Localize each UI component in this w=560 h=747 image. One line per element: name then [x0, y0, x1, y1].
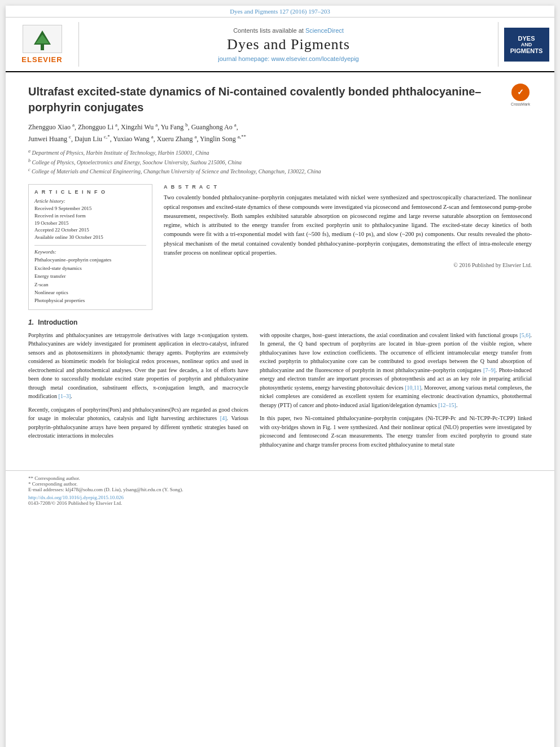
- ref-10-11[interactable]: [10,11]: [405, 385, 421, 391]
- article-content: Ultrafast excited-state dynamics of Ni-c…: [6, 72, 554, 465]
- intro-left-column: Porphyrins and phthalocyanines are tetra…: [28, 331, 248, 454]
- journal-logo-box: DYES AND PIGMENTS: [504, 28, 549, 62]
- affiliation-c: c College of Materials and Chemical Engi…: [28, 167, 532, 176]
- intro-para-4: In this paper, two Ni-contained phthaloc…: [260, 414, 532, 449]
- email-addresses: E-mail addresses: klj478@sohu.com (D. Li…: [28, 487, 532, 492]
- article-title-section: Ultrafast excited-state dynamics of Ni-c…: [28, 81, 532, 115]
- journal-homepage: journal homepage: www.elsevier.com/locat…: [218, 55, 358, 62]
- keyword-4: Z-scan: [34, 281, 146, 289]
- available-online: Available online 30 October 2015: [34, 234, 146, 241]
- article-info-column: A R T I C L E I N F O Article history: R…: [28, 184, 152, 309]
- keywords-section: Keywords: Phthalocyanine–porphyrin conju…: [34, 249, 146, 304]
- keyword-1: Phthalocyanine–porphyrin conjugates: [34, 256, 146, 264]
- affiliation-a: a Department of Physics, Harbin Institut…: [28, 148, 532, 157]
- intro-para-1: Porphyrins and phthalocyanines are tetra…: [28, 331, 248, 401]
- intro-para-2: Recently, conjugates of porphyrins(Pors)…: [28, 405, 248, 440]
- elsevier-wordmark: ELSEVIER: [21, 55, 62, 64]
- keyword-6: Photophysical properties: [34, 296, 146, 304]
- email-label: E-mail addresses:: [28, 487, 64, 492]
- homepage-label: journal homepage:: [218, 55, 269, 62]
- ref-4[interactable]: [4]: [220, 415, 227, 421]
- homepage-url-text[interactable]: www.elsevier.com/locate/dyepig: [271, 55, 358, 62]
- elsevier-logo-area: ELSEVIER: [6, 22, 79, 67]
- article-info-box: A R T I C L E I N F O Article history: R…: [28, 184, 152, 309]
- journal-logo-area: DYES AND PIGMENTS: [498, 22, 554, 67]
- corresponding-note-1: ** Corresponding author.: [28, 475, 532, 481]
- page: Dyes and Pigments 127 (2016) 197–203 ELS…: [6, 6, 554, 747]
- accepted-date: Accepted 22 October 2015: [34, 226, 146, 234]
- journal-center: Contents lists available at ScienceDirec…: [79, 22, 498, 67]
- article-info-abstract-section: A R T I C L E I N F O Article history: R…: [28, 184, 532, 309]
- journal-header: ELSEVIER Contents lists available at Sci…: [6, 18, 554, 72]
- section-number: 1.: [28, 318, 34, 326]
- journal-citation-text: Dyes and Pigments 127 (2016) 197–203: [230, 8, 330, 15]
- section-title-text: Introduction: [38, 318, 77, 326]
- doi-link[interactable]: http://dx.doi.org/10.1016/j.dyepig.2015.…: [28, 495, 532, 500]
- article-history: Article history: Received 9 September 20…: [34, 198, 146, 241]
- divider: [34, 245, 146, 246]
- affiliations: a Department of Physics, Harbin Institut…: [28, 148, 532, 176]
- sciencedirect-availability: Contents lists available at ScienceDirec…: [233, 27, 344, 34]
- corresponding-note-2: * Corresponding author.: [28, 481, 532, 487]
- elsevier-logo-image: [23, 25, 62, 53]
- introduction-section: 1. Introduction Porphyrins and phthalocy…: [28, 318, 532, 454]
- email-text: klj478@sohu.com (D. Liu), ylsang@hit.edu…: [65, 487, 183, 492]
- journal-title: Dyes and Pigments: [227, 36, 350, 53]
- authors-text: Zhengguo Xiao a, Zhongguo Li a, Xingzhi …: [28, 123, 246, 143]
- received-date: Received 9 September 2015: [34, 205, 146, 212]
- intro-para-3: with opposite charges, host–guest intera…: [260, 331, 532, 410]
- abstract-header: A B S T R A C T: [164, 184, 532, 190]
- crossmark-label: CrossMark: [511, 102, 530, 106]
- crossmark-icon: ✓: [511, 84, 530, 101]
- sciencedirect-link-text[interactable]: ScienceDirect: [305, 27, 344, 34]
- section-title: 1. Introduction: [28, 318, 532, 326]
- history-label: Article history:: [34, 198, 146, 204]
- abstract-text: Two covalently bonded phthalocyanine–por…: [164, 193, 532, 257]
- abstract-copyright: © 2016 Published by Elsevier Ltd.: [164, 262, 532, 268]
- ref-1-3[interactable]: [1–3]: [59, 393, 71, 399]
- ref-12-15[interactable]: [12–15]: [438, 402, 456, 408]
- journal-citation-bar: Dyes and Pigments 127 (2016) 197–203: [6, 6, 554, 18]
- intro-right-column: with opposite charges, host–guest intera…: [260, 331, 532, 454]
- article-info-header: A R T I C L E I N F O: [34, 189, 146, 195]
- affiliation-b: b College of Physics, Optoelectronics an…: [28, 158, 532, 167]
- ref-5-6[interactable]: [5,6]: [519, 332, 530, 338]
- issn-text: 0143-7208/© 2016 Published by Elsevier L…: [28, 500, 532, 506]
- abstract-column: A B S T R A C T Two covalently bonded ph…: [164, 184, 532, 309]
- ref-7-9[interactable]: [7–9]: [483, 367, 496, 373]
- introduction-columns: Porphyrins and phthalocyanines are tetra…: [28, 331, 532, 454]
- page-footer: ** Corresponding author. * Corresponding…: [6, 470, 554, 510]
- footer-notes: ** Corresponding author. * Corresponding…: [28, 475, 532, 492]
- crossmark-badge: ✓ CrossMark: [509, 84, 532, 106]
- keyword-2: Excited-state dynamics: [34, 264, 146, 272]
- article-title: Ultrafast excited-state dynamics of Ni-c…: [28, 84, 504, 115]
- authors: Zhengguo Xiao a, Zhongguo Li a, Xingzhi …: [28, 121, 532, 145]
- received-revised: Received in revised form19 October 2015: [34, 212, 146, 226]
- keyword-3: Energy transfer: [34, 272, 146, 280]
- svg-rect-1: [41, 45, 44, 50]
- keywords-label: Keywords:: [34, 249, 146, 255]
- keyword-5: Nonlinear optics: [34, 289, 146, 296]
